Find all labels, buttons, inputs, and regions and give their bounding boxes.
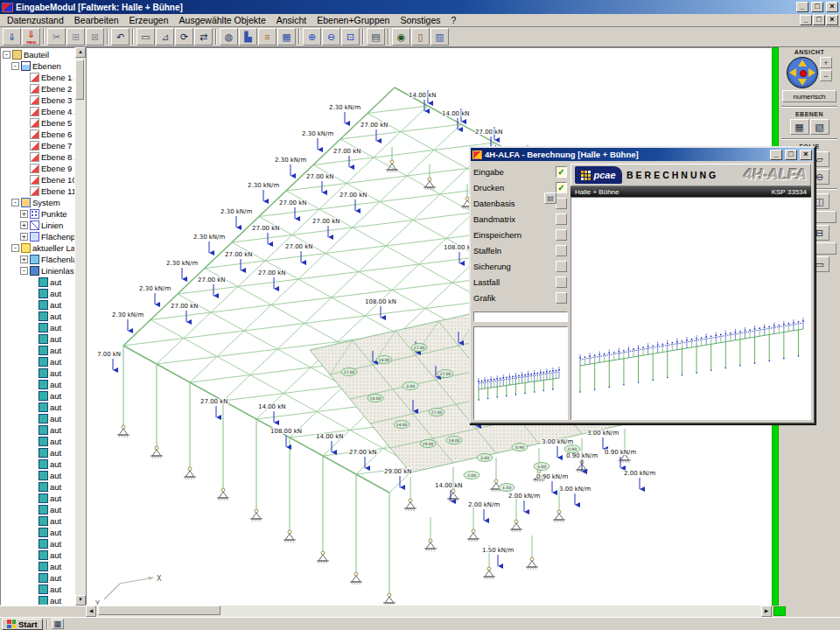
checkbox-datenbasis[interactable]: [556, 198, 567, 209]
cut-button[interactable]: ✂: [47, 28, 66, 46]
checkbox-lastfall[interactable]: [556, 276, 567, 288]
tree-expander[interactable]: -: [11, 199, 19, 206]
eye-button[interactable]: ◉: [392, 28, 410, 46]
tree-item-ebene-2-e[interactable]: Ebene 2 E: [1, 83, 74, 94]
tree-item-aut[interactable]: aut: [1, 436, 74, 447]
view-zoom-out-button[interactable]: −: [820, 70, 832, 81]
tree-item-aut[interactable]: aut: [1, 481, 74, 493]
close-button[interactable]: ×: [826, 2, 838, 12]
tree-item-aut[interactable]: aut: [1, 368, 74, 379]
tree-item-aut[interactable]: aut: [1, 504, 74, 515]
tree-item-ebene-9[interactable]: Ebene 9: [1, 163, 74, 174]
compass-west-icon[interactable]: [789, 68, 796, 77]
menu-ansicht[interactable]: Ansicht: [271, 15, 312, 25]
grid-button[interactable]: ▦: [277, 28, 296, 46]
stats-button[interactable]: ▥: [430, 28, 449, 46]
tree-expander[interactable]: -: [20, 267, 28, 275]
undo-button[interactable]: ↶: [111, 28, 130, 46]
layer-list-button[interactable]: ▧: [810, 119, 830, 135]
tree-expander[interactable]: -: [3, 51, 10, 59]
view-compass[interactable]: [787, 57, 818, 88]
tree-item-system[interactable]: -System: [1, 197, 74, 208]
scrollbar-thumb[interactable]: [75, 60, 84, 100]
tree-item-aut[interactable]: aut: [1, 402, 74, 413]
tree-item-bauteil[interactable]: -Bauteil: [1, 49, 74, 60]
menu-datenzustand[interactable]: Datenzustand: [2, 15, 69, 25]
menu-ausgew-hlte-objekte[interactable]: Ausgewählte Objekte: [174, 15, 271, 25]
load-datastate-button[interactable]: ⇓: [3, 28, 21, 46]
tree-item-aut[interactable]: aut: [1, 572, 74, 584]
tree-vertical-scrollbar[interactable]: ▲ ▼: [75, 47, 86, 606]
tree-item-aut[interactable]: aut: [1, 379, 74, 390]
compass-east-icon[interactable]: [808, 68, 816, 77]
tree-item-ebene-7[interactable]: Ebene 7: [1, 140, 74, 151]
menu-bearbeiten[interactable]: Bearbeiten: [69, 15, 124, 25]
dialog-minimize-button[interactable]: _: [770, 150, 782, 160]
checkbox-bandmatrix[interactable]: [556, 214, 567, 225]
tree-item-aktueller-last[interactable]: -aktueller Last: [1, 242, 74, 254]
compass-south-icon[interactable]: [798, 79, 807, 86]
ruler-button[interactable]: ⊿: [156, 28, 174, 46]
print-button[interactable]: ▤: [367, 28, 385, 46]
tree-item-aut[interactable]: aut: [1, 424, 74, 436]
mdi-minimize-button[interactable]: _: [800, 15, 812, 25]
tree-expander[interactable]: +: [20, 256, 28, 263]
checkbox-staffeln[interactable]: [556, 245, 567, 256]
zoom-in-button[interactable]: ⊕: [303, 28, 321, 46]
menu-erzeugen[interactable]: Erzeugen: [124, 15, 174, 25]
new-datastate-button[interactable]: ⇓neu: [22, 28, 40, 46]
scroll-up-button[interactable]: ▲: [75, 47, 86, 58]
menu-sonstiges[interactable]: Sonstiges: [395, 15, 445, 25]
tree-expander[interactable]: +: [20, 210, 28, 218]
tree-item-aut[interactable]: aut: [1, 390, 74, 402]
mdi-restore-button[interactable]: □: [813, 15, 825, 25]
scrollbar-track[interactable]: [75, 58, 86, 595]
copy-button[interactable]: ⊞: [66, 28, 85, 46]
tree-item-aut[interactable]: aut: [1, 527, 74, 538]
checkbox-eingabe[interactable]: ✓: [556, 166, 567, 178]
tree-item-aut[interactable]: aut: [1, 299, 74, 311]
tree-item-ebene-8-a[interactable]: Ebene 8 A: [1, 151, 74, 163]
tree-item-aut[interactable]: aut: [1, 561, 74, 572]
tree-item-aut[interactable]: aut: [1, 356, 74, 368]
tree-item-ebene-3[interactable]: Ebene 3: [1, 94, 74, 106]
dialog-close-button[interactable]: ×: [800, 150, 812, 160]
zoom-out-button[interactable]: ⊖: [322, 28, 340, 46]
tree-item-aut[interactable]: aut: [1, 458, 74, 470]
dialog-maximize-button[interactable]: □: [785, 150, 797, 160]
rotate-button[interactable]: ⟳: [175, 28, 193, 46]
canvas-horizontal-scrollbar[interactable]: ◀ ▶: [86, 606, 772, 617]
window-titlebar[interactable]: EingabeModul [Faltwerk: Halle + Bühne] _…: [0, 0, 840, 14]
compass-north-icon[interactable]: [798, 60, 807, 66]
tree-item-aut[interactable]: aut: [1, 276, 74, 288]
tree-expander[interactable]: +: [20, 221, 28, 229]
zoom-window-button[interactable]: ⊡: [341, 28, 360, 46]
tree-item-ebene-6[interactable]: Ebene 6: [1, 129, 74, 140]
scroll-down-button[interactable]: ▼: [75, 595, 86, 606]
tree-item-aut[interactable]: aut: [1, 584, 74, 595]
tree-item-aut[interactable]: aut: [1, 470, 74, 481]
tree-item-aut[interactable]: aut: [1, 322, 74, 333]
tree-item-aut[interactable]: aut: [1, 550, 74, 561]
minimize-button[interactable]: _: [796, 2, 808, 12]
mdi-close-button[interactable]: ×: [826, 15, 838, 25]
tree-item-aut[interactable]: aut: [1, 333, 74, 345]
tree-item-aut[interactable]: aut: [1, 311, 74, 322]
numerisch-button[interactable]: numerisch: [782, 90, 836, 102]
checkbox-drucken[interactable]: ✓: [556, 182, 567, 193]
tree-item-ebenen[interactable]: -Ebenen: [1, 60, 74, 72]
maximize-button[interactable]: □: [811, 2, 823, 12]
layer-edit-button[interactable]: ▦: [790, 119, 809, 135]
taskbar-app-icon[interactable]: ▦: [52, 619, 64, 629]
tree-item-fl-chenpo[interactable]: +Flächenpo: [1, 231, 74, 242]
select-rect-button[interactable]: ▭: [136, 28, 155, 46]
tree-expander[interactable]: -: [11, 62, 19, 70]
scroll-right-button[interactable]: ▶: [761, 606, 772, 617]
print-settings-button[interactable]: ▤: [544, 192, 556, 204]
tree-item-aut[interactable]: aut: [1, 493, 74, 504]
tree-item-ebene-11[interactable]: Ebene 11: [1, 186, 74, 197]
view-zoom-in-button[interactable]: +: [820, 57, 832, 68]
tree-item-ebene-10[interactable]: Ebene 10: [1, 174, 74, 186]
scrollbar-thumb[interactable]: [98, 606, 220, 615]
tree-item-aut[interactable]: aut: [1, 515, 74, 527]
